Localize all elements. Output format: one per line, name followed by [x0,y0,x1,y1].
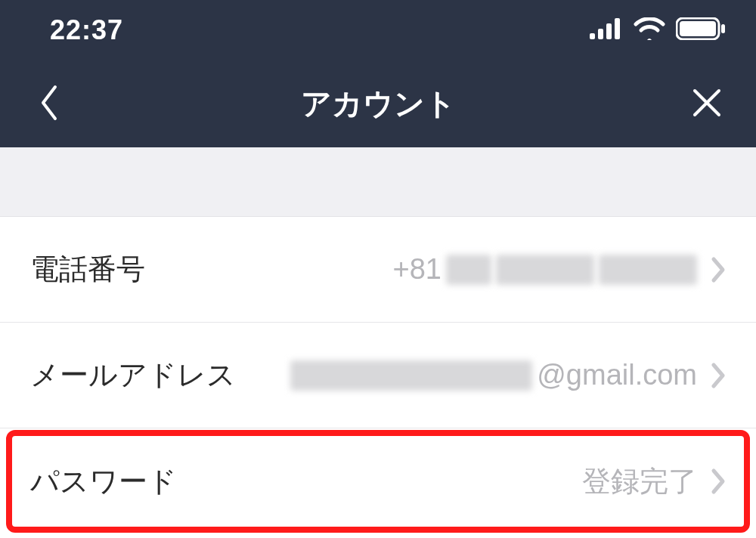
svg-rect-5 [680,21,716,36]
nav-bar: アカウント [0,60,756,147]
svg-rect-3 [615,18,620,39]
svg-rect-0 [590,33,595,39]
chevron-right-icon [711,468,726,495]
redacted-text [599,255,697,285]
row-label: パスワード [30,462,177,501]
chevron-right-icon [711,362,726,389]
back-button[interactable] [30,84,68,125]
email-suffix: @gmail.com [537,359,697,391]
row-label: 電話番号 [30,250,145,289]
chevron-left-icon [39,84,60,125]
battery-icon [676,17,726,43]
svg-rect-1 [598,29,603,39]
row-phone-number[interactable]: 電話番号 +81 [0,217,756,323]
chevron-right-icon [711,256,726,283]
row-value: +81 [393,253,697,286]
redacted-text [290,360,532,391]
redacted-text [496,255,594,285]
cellular-icon [590,18,623,42]
redacted-text [446,255,491,285]
nav-title: アカウント [68,83,688,125]
status-time: 22:37 [50,14,123,46]
wifi-icon [634,17,665,43]
phone-prefix: +81 [393,253,442,286]
row-email-address[interactable]: メールアドレス @gmail.com [0,323,756,428]
status-indicators [590,17,726,43]
row-password[interactable]: パスワード 登録完了 [0,428,756,534]
svg-rect-6 [721,24,725,33]
settings-list: 電話番号 +81 メールアドレス @gmail.com パスワード 登録完了 [0,217,756,534]
close-icon [690,86,723,122]
close-button[interactable] [688,86,726,122]
section-spacer [0,147,756,217]
row-value: @gmail.com [290,359,697,391]
status-bar: 22:37 [0,0,756,60]
row-label: メールアドレス [30,356,236,394]
row-value: 登録完了 [582,462,697,501]
svg-rect-2 [606,23,612,39]
